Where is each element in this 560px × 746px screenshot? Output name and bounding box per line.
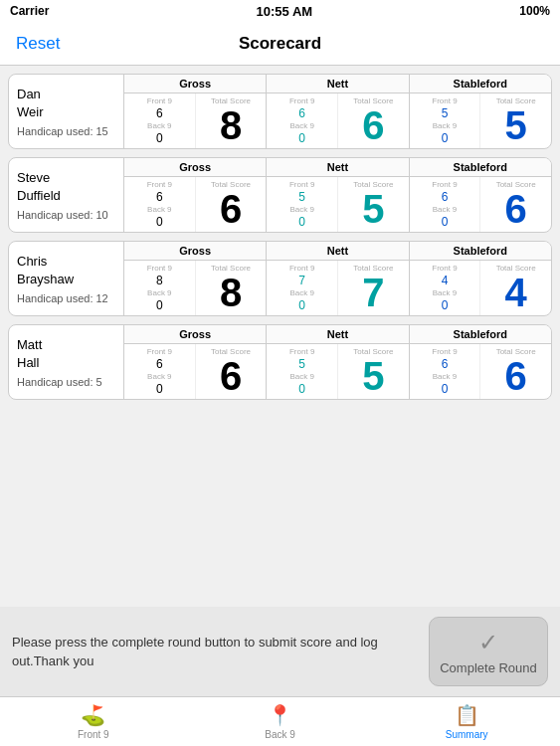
stableford-body-2: Front 9 4 Back 9 0 Total Score 4 xyxy=(410,261,551,315)
gross-front-val-2: 8 xyxy=(156,274,163,287)
stableford-header-1: Stableford xyxy=(410,158,551,177)
stableford-section-0: Stableford Front 9 5 Back 9 0 Total Scor… xyxy=(409,75,551,148)
player-card-2: ChrisBrayshaw Handicap used: 12 Gross Fr… xyxy=(8,241,552,316)
player-info-0: DanWeir Handicap used: 15 xyxy=(9,75,123,148)
nett-front-label-1: Front 9 xyxy=(289,180,314,189)
gross-header-3: Gross xyxy=(124,325,266,344)
checkmark-icon: ✓ xyxy=(478,629,498,656)
card-body-1: Gross Front 9 6 Back 9 0 Total Score 6 xyxy=(123,158,551,232)
complete-round-button[interactable]: ✓ Complete Round xyxy=(429,617,548,686)
gross-body-0: Front 9 6 Back 9 0 Total Score 8 xyxy=(124,93,266,148)
tab-label-2: Summary xyxy=(446,729,488,740)
stableford-back-label-3: Back 9 xyxy=(433,372,457,381)
stableford-back-label-1: Back 9 xyxy=(433,205,457,214)
nett-front-val-0: 6 xyxy=(298,106,305,120)
stableford-back-val-0: 0 xyxy=(442,131,449,145)
gross-back-val-0: 0 xyxy=(156,131,163,145)
bottom-area: Please press the complete round button t… xyxy=(0,607,560,696)
gross-total-val-2: 8 xyxy=(220,273,242,312)
tab-label-1: Back 9 xyxy=(265,729,295,740)
nett-back-label-1: Back 9 xyxy=(289,205,313,214)
stableford-total-col-0: Total Score 5 xyxy=(479,93,551,148)
nett-front-val-3: 5 xyxy=(298,357,305,371)
gross-back-label-2: Back 9 xyxy=(147,288,171,297)
gross-body-3: Front 9 6 Back 9 0 Total Score 6 xyxy=(124,344,266,399)
stableford-front-label-2: Front 9 xyxy=(432,264,457,273)
nett-body-2: Front 9 7 Back 9 0 Total Score 7 xyxy=(267,261,408,315)
stableford-back-val-1: 0 xyxy=(442,215,449,229)
nett-front-val-1: 5 xyxy=(298,190,305,204)
player-name-3: MattHall xyxy=(17,336,115,372)
nett-section-1: Nett Front 9 5 Back 9 0 Total Score 5 xyxy=(266,158,408,232)
nett-sub-0: Front 9 6 Back 9 0 xyxy=(267,93,337,148)
gross-front-val-1: 6 xyxy=(156,190,163,204)
carrier-text: Carrier xyxy=(10,4,49,18)
gross-header-0: Gross xyxy=(124,75,266,93)
nett-section-0: Nett Front 9 6 Back 9 0 Total Score 6 xyxy=(266,75,408,148)
tab-bar: ⛳ Front 9 📍 Back 9 📋 Summary xyxy=(0,696,560,746)
gross-total-col-3: Total Score 6 xyxy=(195,344,267,399)
gross-front-label-1: Front 9 xyxy=(147,180,172,189)
nett-total-col-0: Total Score 6 xyxy=(337,93,409,148)
nett-front-label-2: Front 9 xyxy=(289,264,314,273)
main-content: DanWeir Handicap used: 15 Gross Front 9 … xyxy=(0,66,560,607)
player-handicap-0: Handicap used: 15 xyxy=(17,125,115,137)
nett-back-val-2: 0 xyxy=(298,298,305,312)
reset-button[interactable]: Reset xyxy=(16,34,60,54)
card-body-2: Gross Front 9 8 Back 9 0 Total Score 8 xyxy=(123,242,551,315)
gross-front-label-3: Front 9 xyxy=(147,347,172,356)
nett-back-val-0: 0 xyxy=(298,131,305,145)
gross-sub-2: Front 9 8 Back 9 0 xyxy=(124,261,195,315)
gross-back-val-2: 0 xyxy=(156,298,163,312)
nett-sub-1: Front 9 5 Back 9 0 xyxy=(267,177,337,232)
card-body-0: Gross Front 9 6 Back 9 0 Total Score 8 xyxy=(123,75,551,148)
nett-sub-3: Front 9 5 Back 9 0 xyxy=(267,344,337,399)
gross-section-0: Gross Front 9 6 Back 9 0 Total Score 8 xyxy=(123,75,266,148)
complete-round-label: Complete Round xyxy=(440,660,537,675)
nett-section-3: Nett Front 9 5 Back 9 0 Total Score 5 xyxy=(266,325,408,399)
nett-total-col-3: Total Score 5 xyxy=(337,344,409,399)
tab-summary[interactable]: 📋 Summary xyxy=(373,697,560,746)
nett-total-col-1: Total Score 5 xyxy=(337,177,409,232)
gross-section-2: Gross Front 9 8 Back 9 0 Total Score 8 xyxy=(123,242,266,315)
stableford-front-val-0: 5 xyxy=(442,106,449,120)
gross-total-val-1: 6 xyxy=(220,189,242,229)
tab-back-9[interactable]: 📍 Back 9 xyxy=(187,697,374,746)
stableford-front-label-0: Front 9 xyxy=(432,96,457,105)
nett-body-3: Front 9 5 Back 9 0 Total Score 5 xyxy=(267,344,408,399)
tab-front-9[interactable]: ⛳ Front 9 xyxy=(0,697,187,746)
battery-text: 100% xyxy=(519,4,550,18)
player-info-1: SteveDuffield Handicap used: 10 xyxy=(9,158,123,232)
stableford-total-val-3: 6 xyxy=(505,356,527,396)
stableford-back-label-0: Back 9 xyxy=(433,121,457,130)
stableford-header-2: Stableford xyxy=(410,242,551,261)
player-handicap-1: Handicap used: 10 xyxy=(17,209,115,221)
gross-header-2: Gross xyxy=(124,242,266,261)
stableford-total-val-0: 5 xyxy=(505,105,527,145)
stableford-total-col-3: Total Score 6 xyxy=(479,344,551,399)
nett-back-val-3: 0 xyxy=(298,382,305,396)
stableford-front-val-1: 6 xyxy=(442,190,449,204)
player-name-2: ChrisBrayshaw xyxy=(17,253,115,288)
tab-icon-2: 📋 xyxy=(455,703,479,727)
stableford-body-3: Front 9 6 Back 9 0 Total Score 6 xyxy=(410,344,551,399)
nett-total-val-2: 7 xyxy=(362,273,384,312)
player-handicap-2: Handicap used: 12 xyxy=(17,292,115,304)
stableford-header-3: Stableford xyxy=(410,325,551,344)
gross-total-col-0: Total Score 8 xyxy=(195,93,267,148)
nett-header-2: Nett xyxy=(267,242,408,261)
nett-front-val-2: 7 xyxy=(298,274,305,287)
tab-label-0: Front 9 xyxy=(78,729,109,740)
gross-header-1: Gross xyxy=(124,158,266,177)
gross-sub-3: Front 9 6 Back 9 0 xyxy=(124,344,195,399)
nett-front-label-3: Front 9 xyxy=(289,347,314,356)
stableford-body-1: Front 9 6 Back 9 0 Total Score 6 xyxy=(410,177,551,232)
stableford-header-0: Stableford xyxy=(410,75,551,93)
stableford-front-val-3: 6 xyxy=(442,357,449,371)
gross-front-val-0: 6 xyxy=(156,106,163,120)
stableford-sub-2: Front 9 4 Back 9 0 xyxy=(410,261,480,315)
player-info-2: ChrisBrayshaw Handicap used: 12 xyxy=(9,242,123,315)
tab-icon-0: ⛳ xyxy=(81,703,105,727)
nett-back-label-0: Back 9 xyxy=(289,121,313,130)
gross-total-col-1: Total Score 6 xyxy=(195,177,267,232)
